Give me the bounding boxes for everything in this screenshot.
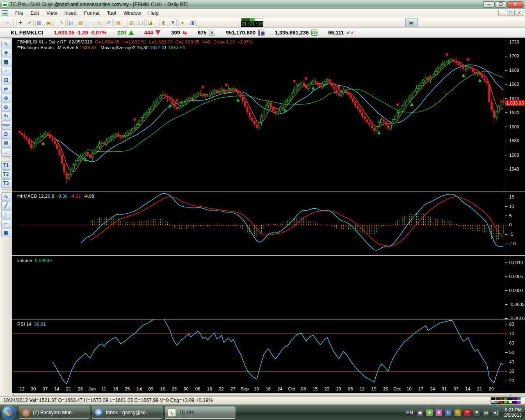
menu-window[interactable]: Window — [120, 9, 145, 17]
palette-color-6[interactable] — [512, 397, 516, 400]
menu-format[interactable]: Format — [80, 9, 103, 17]
menu-help[interactable]: Help — [145, 9, 162, 17]
palette-color-13[interactable] — [512, 401, 516, 404]
zoom-out-tool[interactable]: ⊖ — [1, 103, 11, 112]
palette-color-12[interactable] — [508, 401, 512, 404]
thunderbird-taskbar-button[interactable]: ✉Inbox - gancy@so... — [92, 406, 162, 419]
crosshair-tool[interactable]: ✚ — [1, 49, 11, 57]
template1-button[interactable]: T1 — [1, 161, 11, 170]
macd-chart-canvas[interactable] — [12, 192, 525, 255]
palette-color-4[interactable] — [504, 397, 508, 400]
palette-color-10[interactable] — [500, 401, 504, 404]
windows-update-tray-icon[interactable]: ❖ — [426, 409, 433, 416]
time-sales-button[interactable]: ▥ — [127, 18, 136, 27]
date-label: 14 — [54, 386, 59, 391]
summary-table-button[interactable]: ▦ — [114, 18, 123, 27]
date-label: 22 — [324, 386, 329, 391]
avira-tray-icon[interactable]: ☂ — [464, 409, 470, 416]
price-chart-canvas[interactable] — [12, 38, 525, 191]
refresh-chart-tool[interactable]: ↻ — [1, 112, 11, 121]
date-label: 08 — [301, 386, 306, 391]
volume-tray-icon[interactable]: ◄) — [492, 409, 499, 416]
horizontal-line-tool[interactable]: ─ — [1, 219, 11, 228]
taskbar: (7) Backyard Mon...✉Inbox - gancy@so...∿… — [0, 404, 525, 420]
portfolio-button[interactable]: ◫ — [137, 18, 145, 27]
zoom-in-tool[interactable]: ⊕ — [1, 94, 11, 103]
ticker-gainers: 220 — [117, 30, 126, 36]
zoom-back-tool[interactable]: ⇄ — [1, 85, 11, 94]
palette-color-9[interactable] — [495, 401, 500, 404]
restore-button[interactable]: ❐ — [495, 1, 507, 8]
menu-insert[interactable]: Insert — [61, 9, 80, 17]
photo-viewer-tray-icon[interactable]: ✱ — [436, 409, 442, 416]
rsi-chart-canvas[interactable] — [12, 320, 525, 386]
menu-view[interactable]: View — [43, 9, 61, 17]
untraded-icon: ✖ — [209, 30, 215, 36]
menu-file[interactable]: File — [11, 9, 27, 17]
quote-folder-button[interactable]: ▦ — [76, 18, 85, 27]
palette-color-7[interactable] — [516, 397, 520, 400]
grid-tool[interactable]: ▦ — [1, 228, 11, 237]
snipping-tool-tray-icon[interactable]: ▣ — [417, 409, 423, 416]
template2-button[interactable]: T2 — [1, 170, 11, 179]
notes-button[interactable]: ✐ — [105, 18, 113, 27]
lock-button[interactable]: ▮ — [159, 18, 168, 27]
spread-tool[interactable]: ↔ — [1, 148, 11, 157]
palette-color-2[interactable] — [495, 397, 500, 400]
pointer-tool[interactable]: ↖ — [1, 40, 11, 48]
palette-color-14[interactable] — [516, 401, 520, 404]
download-data-button[interactable]: ▼ — [169, 18, 177, 27]
daily-period-button[interactable]: D — [1, 130, 11, 139]
dmw-tool[interactable]: DMW — [1, 121, 11, 130]
child-restore-button[interactable]: ❐ — [507, 10, 515, 16]
save-layout-button[interactable]: ▣ — [44, 18, 53, 27]
weekly-period-button[interactable]: W — [1, 139, 11, 148]
palette-color-1[interactable] — [491, 397, 495, 400]
template3-button[interactable]: T3 — [1, 179, 11, 188]
open-layout-button[interactable]: ✔ — [25, 18, 34, 27]
menu-tool[interactable]: Tool — [103, 9, 120, 17]
report-button[interactable]: ✎ — [57, 18, 66, 27]
clock[interactable]: 9:21 PM 2/5/2013 — [504, 407, 522, 418]
tcpro-taskbar-button[interactable]: ∿TC Pro — [165, 406, 235, 419]
refresh-data-button[interactable]: ● — [178, 18, 187, 27]
zoom-area-tool[interactable]: ⊡ — [1, 76, 11, 84]
start-button[interactable] — [2, 406, 15, 419]
minimize-button[interactable]: — — [483, 1, 495, 8]
palette-color-11[interactable] — [504, 401, 508, 404]
new-chart-button[interactable]: ✚ — [16, 18, 25, 27]
flag-tray-icon[interactable]: ⚑ — [473, 409, 480, 416]
volume-chart-canvas[interactable] — [12, 256, 525, 319]
chart-style-tool[interactable]: ∿ — [1, 192, 11, 201]
data-window-tool[interactable]: ▦ — [1, 58, 11, 66]
sidebar-separator — [2, 189, 10, 191]
quote-list-tool[interactable]: ≡ — [1, 67, 11, 75]
palette-color-3[interactable] — [500, 397, 504, 400]
clock-date: 2/5/2013 — [504, 413, 522, 418]
close-button[interactable]: ✕ — [507, 1, 523, 8]
tcpro-window: TC Pro - D-KLCI.lyt @ndpf-amf.amesecurit… — [0, 0, 525, 420]
child-minimize-button[interactable]: — — [498, 10, 506, 16]
language-indicator[interactable]: EN — [406, 410, 413, 415]
pen-tray-icon[interactable]: ✎ — [454, 409, 461, 416]
trendline-tool[interactable]: ╱ — [1, 201, 11, 210]
title-bar[interactable]: TC Pro - D-KLCI.lyt @ndpf-amf.amesecurit… — [0, 0, 525, 9]
horizontal-scrollbar[interactable] — [12, 393, 525, 396]
vertical-line-tool[interactable]: │ — [1, 210, 11, 219]
bluetooth-tray-icon[interactable]: B — [445, 409, 452, 416]
child-close-button[interactable]: ✕ — [516, 10, 523, 16]
workstation-button[interactable]: ▣ — [405, 18, 418, 27]
network-tray-icon[interactable]: ▤ — [483, 409, 489, 416]
palette-color-8[interactable] — [491, 401, 495, 404]
date-label: 23 — [172, 386, 177, 391]
palette-color-5[interactable] — [508, 397, 512, 400]
chart-window-icon[interactable] — [2, 10, 8, 16]
folder-chart-button[interactable]: ▥ — [35, 18, 43, 27]
toolbar-separator — [125, 19, 125, 26]
ticker-value: 1,335,681,236 — [275, 30, 309, 36]
technical-analysis-button[interactable]: ◪ — [146, 18, 155, 27]
layout-manager-button[interactable]: ◨ — [187, 18, 196, 27]
chart-template-button[interactable]: ▤ — [67, 18, 75, 27]
firefox-taskbar-button[interactable]: (7) Backyard Mon... — [19, 406, 89, 419]
menu-edit[interactable]: Edit — [27, 9, 43, 17]
